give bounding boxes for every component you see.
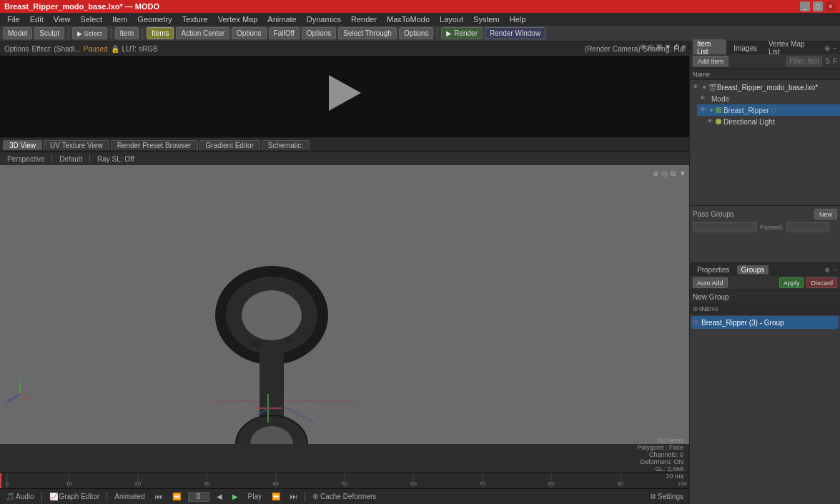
close-button[interactable]: × [826, 1, 836, 11]
filter-items-input[interactable] [786, 56, 822, 66]
settings-button[interactable]: ⚙ Settings [647, 493, 686, 500]
audio-button[interactable]: 🎵 Audio [3, 493, 37, 500]
tab-images[interactable]: Images [729, 44, 761, 53]
fallof-button[interactable]: FallOff [269, 27, 300, 39]
menu-animate[interactable]: Animate [263, 14, 300, 24]
prop-icon-1[interactable]: ⊕ [824, 266, 830, 274]
frame-input[interactable] [188, 492, 209, 502]
render-window-button[interactable]: Render Window [485, 27, 545, 39]
item-list-content[interactable]: 👁 ▼ 🎬 Breast_Ripper_modo_base.lxo* 👁 Mod… [690, 80, 840, 205]
render-button[interactable]: ▶ Render [441, 27, 483, 39]
play-triangle-icon [329, 75, 361, 111]
pass-groups-new-btn[interactable]: New [814, 209, 837, 219]
render-icon-2[interactable]: ◎ [648, 43, 654, 51]
menu-edit[interactable]: Edit [26, 14, 48, 24]
menu-texture[interactable]: Texture [178, 14, 212, 24]
menu-dynamics[interactable]: Dynamics [302, 14, 345, 24]
item-mode-button[interactable]: Item [115, 27, 139, 39]
item-row-dir-light[interactable]: 👁 Directional Light [704, 116, 840, 127]
expand-scene[interactable]: ▼ [701, 84, 707, 91]
add-item-button[interactable]: Add Item [693, 56, 728, 66]
action-center-button[interactable]: Action Center [176, 27, 229, 39]
expand-mesh[interactable]: ▼ [708, 107, 714, 114]
eye-icon-mesh[interactable]: 👁 [700, 107, 707, 114]
timeline-marks[interactable]: 0 10 20 30 40 50 60 70 80 90 100 [0, 473, 689, 488]
menu-file[interactable]: File [3, 14, 24, 24]
timeline-scrubber[interactable] [0, 473, 1, 488]
vp-icon-4[interactable]: ▼ [679, 169, 686, 177]
item-list-panel: Item List Images Vertex Map List ⊕ − Add… [690, 41, 840, 206]
vp-default-label[interactable]: Default [56, 155, 85, 163]
vp-perspective-label[interactable]: Perspective [4, 155, 47, 163]
sculpt-button[interactable]: Sculpt [34, 27, 64, 39]
vp-icon-1[interactable]: ⊕ [653, 169, 658, 177]
bb-next[interactable]: ⏩ [269, 493, 283, 500]
bb-prev[interactable]: ⏪ [169, 493, 184, 500]
discard-button[interactable]: Discard [806, 277, 837, 288]
auto-add-button[interactable]: Auto Add [693, 277, 728, 288]
filter-icon[interactable]: S [825, 57, 830, 65]
render-icon-5[interactable]: ⚙ [673, 43, 680, 51]
menu-help[interactable]: Help [505, 14, 530, 24]
bb-play-rev[interactable]: ◀ [214, 493, 225, 500]
tab-gradient-editor[interactable]: Gradient Editor [199, 140, 260, 150]
tab-render-preset[interactable]: Render Preset Browser [111, 140, 198, 150]
vp-ray-sl-label[interactable]: Ray SL: Off [94, 155, 137, 163]
pass-groups-input-2[interactable] [786, 222, 829, 232]
tab-schematic[interactable]: Schematic: [262, 140, 310, 150]
fallof-options-button[interactable]: Options [302, 27, 336, 39]
eye-icon-scene[interactable]: 👁 [693, 84, 700, 91]
menu-maxtomodo[interactable]: MaxToModo [382, 14, 434, 24]
bb-next-next[interactable]: ⏭ [287, 493, 300, 500]
filter-icon-2[interactable]: F [833, 57, 837, 65]
graph-editor-button[interactable]: 📈 Graph Editor [46, 493, 103, 500]
tab-groups[interactable]: Groups [737, 265, 769, 275]
properties-content: Breast_Ripper (3) - Group [690, 315, 840, 504]
tab-3d-view[interactable]: 3D View [3, 140, 42, 150]
select-through-button[interactable]: Select Through [338, 27, 397, 39]
bb-prev-prev[interactable]: ⏮ [152, 493, 165, 500]
timeline[interactable]: 0 10 20 30 40 50 60 70 80 90 100 [0, 473, 689, 488]
menu-render[interactable]: Render [347, 14, 381, 24]
status-ms: 20 ms [666, 473, 683, 480]
pass-groups-input-1[interactable] [693, 222, 757, 232]
eye-icon-light[interactable]: 👁 [707, 118, 714, 125]
render-options-label[interactable]: Options [4, 45, 29, 53]
maximize-button[interactable]: □ [813, 1, 823, 11]
bb-play-label[interactable]: Play [245, 493, 265, 500]
select-button[interactable]: ▶ Select [72, 27, 107, 39]
menu-select[interactable]: Select [76, 14, 107, 24]
render-icon-1[interactable]: ⊕ [640, 43, 646, 51]
item-row-mode[interactable]: 👁 Mode [697, 93, 840, 104]
prop-group-item-breast-ripper[interactable]: Breast_Ripper (3) - Group [691, 316, 839, 329]
items-button[interactable]: Items [147, 27, 174, 39]
menu-vertex-map[interactable]: Vertex Map [214, 14, 262, 24]
vp-icon-3[interactable]: ⊞ [671, 169, 676, 177]
mesh-display[interactable]: X Y Z [0, 165, 689, 444]
render-icon-4[interactable]: ▼ [664, 43, 671, 51]
menu-item[interactable]: Item [108, 14, 132, 24]
cache-deformers-button[interactable]: ⚙ Cache Deformers [310, 493, 379, 500]
item-row-scene[interactable]: 👁 ▼ 🎬 Breast_Ripper_modo_base.lxo* [690, 81, 840, 93]
il-icon-2[interactable]: − [833, 44, 837, 52]
menu-system[interactable]: System [469, 14, 504, 24]
menu-layout[interactable]: Layout [435, 14, 468, 24]
st-options-button[interactable]: Options [399, 27, 433, 39]
render-icon-3[interactable]: ⊞ [656, 43, 662, 51]
bb-play-btn[interactable]: ▶ [229, 493, 241, 500]
prop-icon-2[interactable]: − [833, 266, 837, 274]
tab-uv-texture-view[interactable]: UV Texture View [44, 140, 109, 150]
il-icon-1[interactable]: ⊕ [824, 44, 830, 52]
action-options-button[interactable]: Options [232, 27, 266, 39]
render-play-button[interactable] [327, 75, 362, 111]
vp-icon-2[interactable]: ◎ [661, 169, 668, 177]
model-button[interactable]: Model [3, 27, 32, 39]
apply-button[interactable]: Apply [779, 277, 804, 288]
menu-geometry[interactable]: Geometry [133, 14, 176, 24]
tab-properties[interactable]: Properties [693, 265, 734, 275]
menu-view[interactable]: View [49, 14, 75, 24]
minimize-button[interactable]: _ [800, 1, 810, 11]
render-icon-6[interactable]: × [682, 43, 686, 51]
eye-icon-mode[interactable]: 👁 [700, 95, 707, 102]
item-row-breast-ripper[interactable]: 👁 ▼ Breast_Ripper ⬡ [697, 104, 840, 116]
